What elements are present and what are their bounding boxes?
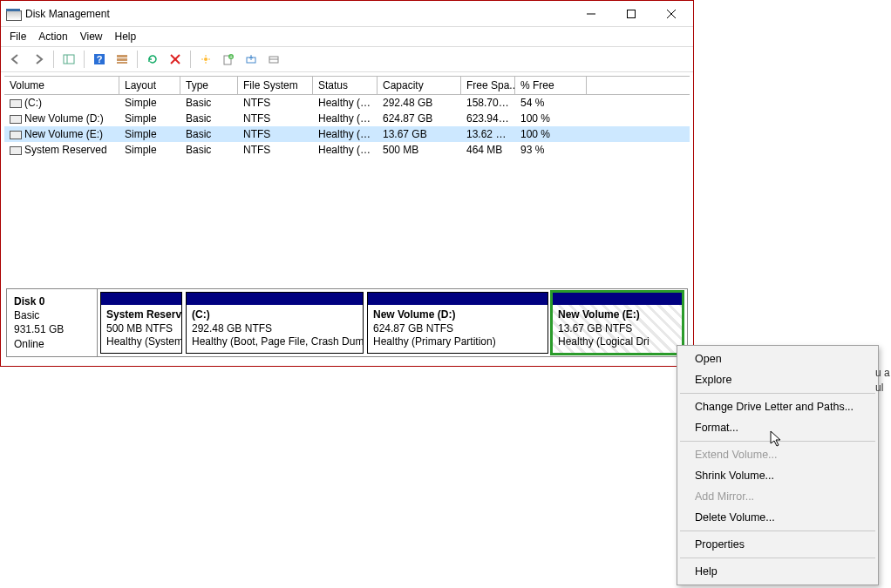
menu-help[interactable]: Help bbox=[115, 30, 137, 43]
partition-bar bbox=[101, 293, 181, 305]
vol-free: 13.62 GB bbox=[461, 127, 515, 141]
context-menu: Open Explore Change Drive Letter and Pat… bbox=[677, 345, 879, 585]
partition-bar bbox=[368, 293, 548, 305]
partition-size: 624.87 GB NTFS bbox=[373, 322, 453, 335]
partition-size: 292.48 GB NTFS bbox=[192, 322, 272, 335]
back-icon[interactable] bbox=[6, 50, 25, 69]
cropped-text: u aul bbox=[875, 366, 890, 395]
svg-rect-4 bbox=[64, 55, 74, 64]
partition-size: 500 MB NTFS bbox=[106, 322, 173, 335]
col-pctfree[interactable]: % Free bbox=[515, 77, 587, 94]
vol-pct: 100 % bbox=[515, 112, 587, 125]
vol-name: New Volume (D:) bbox=[24, 112, 104, 125]
help-icon[interactable]: ? bbox=[90, 50, 109, 69]
new-icon[interactable]: + bbox=[219, 50, 238, 69]
vol-layout: Simple bbox=[119, 143, 180, 157]
vol-status: Healthy (S... bbox=[313, 143, 377, 157]
col-status[interactable]: Status bbox=[313, 77, 377, 94]
disk-management-window: Disk Management File Action View Help ? … bbox=[0, 0, 694, 367]
toolbar: ? + bbox=[1, 47, 693, 72]
drive-icon bbox=[10, 146, 22, 155]
disk-type: Basic bbox=[14, 309, 39, 321]
partition-name: New Volume (D:) bbox=[373, 308, 455, 321]
ctx-extend-volume: Extend Volume... bbox=[679, 444, 876, 465]
ctx-shrink-volume[interactable]: Shrink Volume... bbox=[679, 465, 876, 486]
partition-name: New Volume (E:) bbox=[558, 308, 640, 321]
close-button[interactable] bbox=[651, 1, 691, 27]
vol-fs: NTFS bbox=[238, 127, 313, 141]
partition[interactable]: (C:)292.48 GB NTFSHealthy (Boot, Page Fi… bbox=[186, 292, 364, 354]
partition-status: Healthy (System bbox=[106, 335, 181, 348]
titlebar[interactable]: Disk Management bbox=[1, 1, 693, 27]
attach-icon[interactable] bbox=[241, 50, 261, 69]
col-capacity[interactable]: Capacity bbox=[377, 77, 461, 94]
menu-file[interactable]: File bbox=[10, 30, 26, 43]
vol-type: Basic bbox=[180, 143, 238, 157]
col-type[interactable]: Type bbox=[180, 77, 238, 94]
vol-free: 464 MB bbox=[461, 143, 515, 157]
delete-icon[interactable] bbox=[166, 50, 185, 69]
wizard-icon[interactable] bbox=[196, 50, 215, 69]
app-icon bbox=[6, 7, 20, 21]
disk-info[interactable]: Disk 0 Basic 931.51 GB Online bbox=[7, 289, 98, 356]
ctx-open[interactable]: Open bbox=[679, 348, 876, 369]
detach-icon[interactable] bbox=[264, 50, 283, 69]
svg-rect-9 bbox=[117, 58, 127, 61]
partition-status: Healthy (Boot, Page File, Crash Dum bbox=[192, 335, 363, 348]
vol-free: 158.70 GB bbox=[461, 96, 515, 110]
partition-status: Healthy (Logical Dri bbox=[558, 335, 650, 348]
ctx-change-drive-letter[interactable]: Change Drive Letter and Paths... bbox=[679, 396, 876, 417]
vol-type: Basic bbox=[180, 127, 238, 141]
vol-capacity: 500 MB bbox=[377, 143, 461, 157]
partition-bar bbox=[187, 293, 363, 305]
vol-capacity: 624.87 GB bbox=[377, 112, 461, 125]
ctx-delete-volume[interactable]: Delete Volume... bbox=[679, 507, 876, 528]
minimize-button[interactable] bbox=[571, 1, 611, 27]
vol-name: (C:) bbox=[24, 97, 42, 109]
vol-fs: NTFS bbox=[238, 112, 313, 125]
forward-icon[interactable] bbox=[29, 50, 48, 69]
menu-view[interactable]: View bbox=[80, 30, 103, 43]
vol-type: Basic bbox=[180, 112, 238, 125]
vol-name: New Volume (E:) bbox=[24, 128, 103, 140]
vol-status: Healthy (P... bbox=[313, 112, 377, 125]
vol-layout: Simple bbox=[119, 127, 180, 141]
table-row[interactable]: (C:)SimpleBasicNTFSHealthy (B...292.48 G… bbox=[4, 95, 690, 111]
svg-text:+: + bbox=[229, 54, 233, 60]
partition[interactable]: System Reserv500 MB NTFSHealthy (System bbox=[100, 292, 182, 354]
table-row[interactable]: New Volume (D:)SimpleBasicNTFSHealthy (P… bbox=[4, 111, 690, 126]
svg-rect-10 bbox=[117, 62, 127, 64]
vol-name: System Reserved bbox=[24, 144, 107, 156]
partition-status: Healthy (Primary Partition) bbox=[373, 335, 496, 348]
maximize-button[interactable] bbox=[611, 1, 651, 27]
column-headers: Volume Layout Type File System Status Ca… bbox=[4, 76, 690, 95]
partition-bar bbox=[553, 293, 682, 305]
volume-list[interactable]: Volume Layout Type File System Status Ca… bbox=[4, 76, 690, 281]
ctx-explore[interactable]: Explore bbox=[679, 369, 876, 390]
table-row[interactable]: New Volume (E:)SimpleBasicNTFSHealthy (L… bbox=[4, 126, 690, 142]
menu-action[interactable]: Action bbox=[38, 30, 67, 43]
col-fs[interactable]: File System bbox=[238, 77, 313, 94]
partition[interactable]: New Volume (E:)13.67 GB NTFSHealthy (Log… bbox=[552, 292, 683, 354]
svg-point-13 bbox=[204, 57, 207, 61]
table-row[interactable]: System ReservedSimpleBasicNTFSHealthy (S… bbox=[4, 142, 690, 158]
vol-free: 623.94 GB bbox=[461, 112, 515, 125]
partition[interactable]: New Volume (D:)624.87 GB NTFSHealthy (Pr… bbox=[367, 292, 548, 354]
ctx-help[interactable]: Help bbox=[679, 561, 876, 582]
vol-pct: 54 % bbox=[515, 96, 587, 110]
partition-size: 13.67 GB NTFS bbox=[558, 322, 632, 335]
window-title: Disk Management bbox=[25, 8, 110, 20]
show-hide-icon[interactable] bbox=[59, 50, 78, 69]
ctx-format[interactable]: Format... bbox=[679, 417, 876, 438]
disk-graphical-view: Disk 0 Basic 931.51 GB Online System Res… bbox=[1, 285, 693, 366]
col-free[interactable]: Free Spa... bbox=[461, 77, 515, 94]
list-icon[interactable] bbox=[112, 50, 132, 69]
disk-label: Disk 0 bbox=[14, 295, 44, 308]
col-volume[interactable]: Volume bbox=[4, 77, 119, 94]
vol-fs: NTFS bbox=[238, 143, 313, 157]
refresh-icon[interactable] bbox=[143, 50, 162, 69]
col-layout[interactable]: Layout bbox=[119, 77, 180, 94]
svg-rect-8 bbox=[117, 55, 127, 57]
vol-status: Healthy (B... bbox=[313, 96, 377, 110]
ctx-properties[interactable]: Properties bbox=[679, 534, 876, 555]
